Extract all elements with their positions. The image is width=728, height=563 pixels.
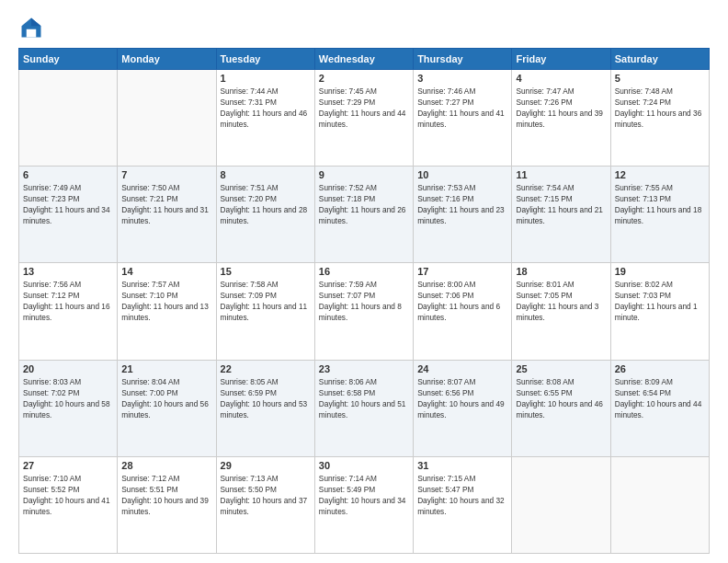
day-info: Sunrise: 7:50 AMSunset: 7:21 PMDaylight:… bbox=[121, 182, 211, 226]
day-number: 28 bbox=[121, 460, 211, 471]
calendar-cell: 3Sunrise: 7:46 AMSunset: 7:27 PMDaylight… bbox=[414, 70, 512, 167]
day-info: Sunrise: 7:57 AMSunset: 7:10 PMDaylight:… bbox=[121, 279, 211, 323]
calendar-cell: 21Sunrise: 8:04 AMSunset: 7:00 PMDayligh… bbox=[118, 360, 216, 456]
calendar-header-tuesday: Tuesday bbox=[216, 49, 314, 70]
calendar-header-thursday: Thursday bbox=[414, 49, 512, 70]
day-info: Sunrise: 7:13 AMSunset: 5:50 PMDaylight:… bbox=[221, 473, 311, 517]
day-number: 14 bbox=[121, 266, 211, 277]
day-number: 21 bbox=[121, 363, 211, 374]
calendar-cell: 13Sunrise: 7:56 AMSunset: 7:12 PMDayligh… bbox=[19, 263, 118, 360]
calendar-header-friday: Friday bbox=[512, 49, 610, 70]
header bbox=[18, 15, 710, 40]
day-number: 3 bbox=[417, 73, 507, 84]
calendar-week-1: 1Sunrise: 7:44 AMSunset: 7:31 PMDaylight… bbox=[19, 70, 710, 167]
day-info: Sunrise: 8:08 AMSunset: 6:55 PMDaylight:… bbox=[516, 376, 606, 420]
day-number: 30 bbox=[319, 460, 409, 471]
day-number: 4 bbox=[516, 73, 606, 84]
calendar-week-4: 20Sunrise: 8:03 AMSunset: 7:02 PMDayligh… bbox=[19, 360, 710, 456]
calendar-cell: 18Sunrise: 8:01 AMSunset: 7:05 PMDayligh… bbox=[512, 263, 610, 360]
calendar-cell: 30Sunrise: 7:14 AMSunset: 5:49 PMDayligh… bbox=[314, 456, 413, 553]
calendar-cell: 12Sunrise: 7:55 AMSunset: 7:13 PMDayligh… bbox=[610, 167, 709, 263]
day-number: 7 bbox=[121, 169, 211, 180]
calendar-cell bbox=[610, 456, 709, 553]
calendar-cell: 29Sunrise: 7:13 AMSunset: 5:50 PMDayligh… bbox=[216, 456, 314, 553]
day-number: 15 bbox=[221, 266, 311, 277]
calendar-week-2: 6Sunrise: 7:49 AMSunset: 7:23 PMDaylight… bbox=[19, 167, 710, 263]
day-info: Sunrise: 8:09 AMSunset: 6:54 PMDaylight:… bbox=[615, 376, 705, 420]
calendar-cell: 26Sunrise: 8:09 AMSunset: 6:54 PMDayligh… bbox=[610, 360, 709, 456]
day-info: Sunrise: 7:53 AMSunset: 7:16 PMDaylight:… bbox=[417, 182, 507, 226]
calendar-table: SundayMondayTuesdayWednesdayThursdayFrid… bbox=[18, 48, 710, 554]
calendar-cell: 17Sunrise: 8:00 AMSunset: 7:06 PMDayligh… bbox=[414, 263, 512, 360]
day-info: Sunrise: 8:00 AMSunset: 7:06 PMDaylight:… bbox=[417, 279, 507, 323]
day-number: 2 bbox=[319, 73, 409, 84]
day-number: 16 bbox=[319, 266, 409, 277]
day-info: Sunrise: 7:56 AMSunset: 7:12 PMDaylight:… bbox=[23, 279, 113, 323]
day-number: 18 bbox=[516, 266, 606, 277]
day-info: Sunrise: 8:05 AMSunset: 6:59 PMDaylight:… bbox=[221, 376, 311, 420]
day-info: Sunrise: 7:58 AMSunset: 7:09 PMDaylight:… bbox=[221, 279, 311, 323]
calendar-cell: 20Sunrise: 8:03 AMSunset: 7:02 PMDayligh… bbox=[19, 360, 118, 456]
day-info: Sunrise: 7:54 AMSunset: 7:15 PMDaylight:… bbox=[516, 182, 606, 226]
calendar-cell: 8Sunrise: 7:51 AMSunset: 7:20 PMDaylight… bbox=[216, 167, 314, 263]
day-number: 10 bbox=[417, 169, 507, 180]
day-number: 13 bbox=[23, 266, 113, 277]
logo bbox=[18, 15, 48, 40]
calendar-cell: 16Sunrise: 7:59 AMSunset: 7:07 PMDayligh… bbox=[314, 263, 413, 360]
day-number: 17 bbox=[417, 266, 507, 277]
day-number: 8 bbox=[221, 169, 311, 180]
day-info: Sunrise: 7:12 AMSunset: 5:51 PMDaylight:… bbox=[121, 473, 211, 517]
day-info: Sunrise: 8:03 AMSunset: 7:02 PMDaylight:… bbox=[23, 376, 113, 420]
calendar-cell: 19Sunrise: 8:02 AMSunset: 7:03 PMDayligh… bbox=[610, 263, 709, 360]
calendar-cell: 24Sunrise: 8:07 AMSunset: 6:56 PMDayligh… bbox=[414, 360, 512, 456]
day-info: Sunrise: 7:14 AMSunset: 5:49 PMDaylight:… bbox=[319, 473, 409, 517]
calendar-week-5: 27Sunrise: 7:10 AMSunset: 5:52 PMDayligh… bbox=[19, 456, 710, 553]
calendar-cell: 15Sunrise: 7:58 AMSunset: 7:09 PMDayligh… bbox=[216, 263, 314, 360]
day-info: Sunrise: 7:51 AMSunset: 7:20 PMDaylight:… bbox=[221, 182, 311, 226]
calendar-cell: 10Sunrise: 7:53 AMSunset: 7:16 PMDayligh… bbox=[414, 167, 512, 263]
day-number: 29 bbox=[221, 460, 311, 471]
day-number: 6 bbox=[23, 169, 113, 180]
day-number: 25 bbox=[516, 363, 606, 374]
day-info: Sunrise: 7:55 AMSunset: 7:13 PMDaylight:… bbox=[615, 182, 705, 226]
day-info: Sunrise: 7:49 AMSunset: 7:23 PMDaylight:… bbox=[23, 182, 113, 226]
day-number: 11 bbox=[516, 169, 606, 180]
calendar-header-monday: Monday bbox=[118, 49, 216, 70]
calendar-cell: 5Sunrise: 7:48 AMSunset: 7:24 PMDaylight… bbox=[610, 70, 709, 167]
day-number: 5 bbox=[615, 73, 705, 84]
day-info: Sunrise: 7:10 AMSunset: 5:52 PMDaylight:… bbox=[23, 473, 113, 517]
svg-rect-2 bbox=[27, 29, 37, 38]
logo-icon bbox=[18, 15, 44, 40]
calendar-cell: 23Sunrise: 8:06 AMSunset: 6:58 PMDayligh… bbox=[314, 360, 413, 456]
day-info: Sunrise: 7:59 AMSunset: 7:07 PMDaylight:… bbox=[319, 279, 409, 323]
calendar-cell: 4Sunrise: 7:47 AMSunset: 7:26 PMDaylight… bbox=[512, 70, 610, 167]
calendar-cell: 25Sunrise: 8:08 AMSunset: 6:55 PMDayligh… bbox=[512, 360, 610, 456]
calendar-cell bbox=[118, 70, 216, 167]
day-number: 23 bbox=[319, 363, 409, 374]
day-info: Sunrise: 7:44 AMSunset: 7:31 PMDaylight:… bbox=[221, 86, 311, 130]
day-info: Sunrise: 8:07 AMSunset: 6:56 PMDaylight:… bbox=[417, 376, 507, 420]
calendar-cell: 6Sunrise: 7:49 AMSunset: 7:23 PMDaylight… bbox=[19, 167, 118, 263]
calendar-cell: 11Sunrise: 7:54 AMSunset: 7:15 PMDayligh… bbox=[512, 167, 610, 263]
svg-marker-1 bbox=[31, 18, 41, 27]
day-number: 9 bbox=[319, 169, 409, 180]
day-info: Sunrise: 8:06 AMSunset: 6:58 PMDaylight:… bbox=[319, 376, 409, 420]
calendar-cell: 7Sunrise: 7:50 AMSunset: 7:21 PMDaylight… bbox=[118, 167, 216, 263]
calendar-cell: 1Sunrise: 7:44 AMSunset: 7:31 PMDaylight… bbox=[216, 70, 314, 167]
day-number: 22 bbox=[221, 363, 311, 374]
day-info: Sunrise: 7:47 AMSunset: 7:26 PMDaylight:… bbox=[516, 86, 606, 130]
calendar-header-saturday: Saturday bbox=[610, 49, 709, 70]
calendar-week-3: 13Sunrise: 7:56 AMSunset: 7:12 PMDayligh… bbox=[19, 263, 710, 360]
calendar-cell: 27Sunrise: 7:10 AMSunset: 5:52 PMDayligh… bbox=[19, 456, 118, 553]
day-number: 19 bbox=[615, 266, 705, 277]
calendar-cell bbox=[512, 456, 610, 553]
calendar-cell: 2Sunrise: 7:45 AMSunset: 7:29 PMDaylight… bbox=[314, 70, 413, 167]
day-number: 26 bbox=[615, 363, 705, 374]
day-info: Sunrise: 7:46 AMSunset: 7:27 PMDaylight:… bbox=[417, 86, 507, 130]
day-number: 24 bbox=[417, 363, 507, 374]
day-info: Sunrise: 8:04 AMSunset: 7:00 PMDaylight:… bbox=[121, 376, 211, 420]
calendar-header-wednesday: Wednesday bbox=[314, 49, 413, 70]
day-number: 1 bbox=[221, 73, 311, 84]
day-number: 31 bbox=[417, 460, 507, 471]
calendar-header-row: SundayMondayTuesdayWednesdayThursdayFrid… bbox=[19, 49, 710, 70]
